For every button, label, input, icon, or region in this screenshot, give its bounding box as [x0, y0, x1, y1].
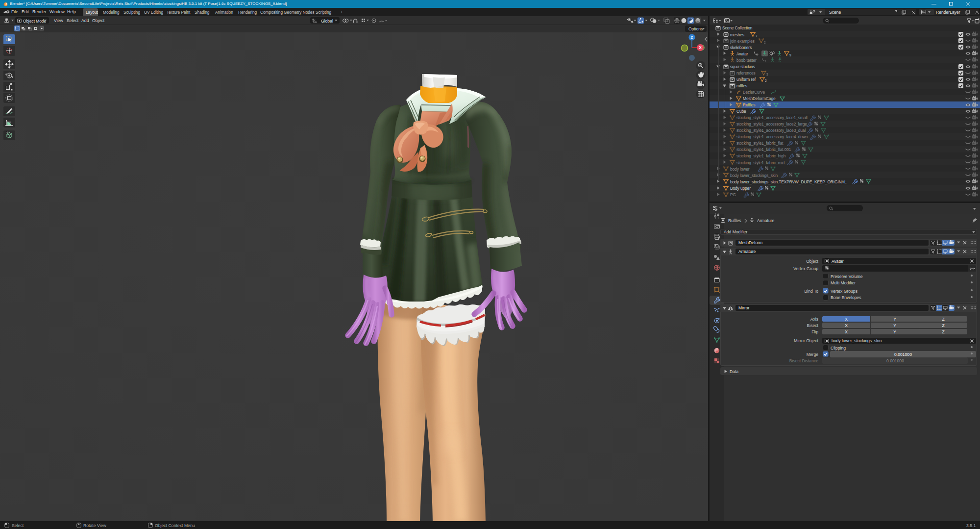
- svg-text:Z: Z: [691, 35, 693, 40]
- svg-text:X: X: [699, 45, 702, 50]
